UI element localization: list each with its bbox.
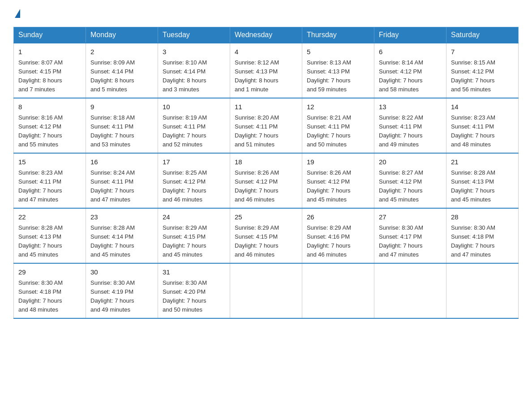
calendar-cell: 25Sunrise: 8:29 AMSunset: 4:15 PMDayligh… [230, 208, 302, 263]
day-number: 26 [307, 212, 369, 223]
day-info: Sunrise: 8:26 AMSunset: 4:12 PMDaylight:… [235, 168, 297, 205]
day-info: Sunrise: 8:13 AMSunset: 4:13 PMDaylight:… [307, 58, 369, 94]
day-number: 21 [451, 157, 514, 167]
calendar-cell: 15Sunrise: 8:23 AMSunset: 4:11 PMDayligh… [14, 153, 86, 208]
day-number: 13 [379, 102, 442, 112]
calendar-cell [230, 263, 302, 318]
calendar-cell: 4Sunrise: 8:12 AMSunset: 4:13 PMDaylight… [230, 43, 302, 98]
calendar-cell: 31Sunrise: 8:30 AMSunset: 4:20 PMDayligh… [158, 263, 230, 318]
calendar-cell: 27Sunrise: 8:30 AMSunset: 4:17 PMDayligh… [374, 208, 446, 263]
day-info: Sunrise: 8:29 AMSunset: 4:15 PMDaylight:… [235, 223, 297, 260]
day-number: 9 [90, 102, 153, 112]
calendar-cell: 26Sunrise: 8:29 AMSunset: 4:16 PMDayligh… [302, 208, 374, 263]
weekday-header-thursday: Thursday [302, 27, 374, 43]
day-info: Sunrise: 8:16 AMSunset: 4:12 PMDaylight:… [18, 113, 81, 150]
day-info: Sunrise: 8:30 AMSunset: 4:19 PMDaylight:… [90, 278, 153, 315]
day-info: Sunrise: 8:23 AMSunset: 4:11 PMDaylight:… [451, 113, 514, 150]
weekday-header-saturday: Saturday [446, 27, 519, 43]
day-info: Sunrise: 8:30 AMSunset: 4:18 PMDaylight:… [18, 278, 81, 315]
day-info: Sunrise: 8:30 AMSunset: 4:18 PMDaylight:… [451, 223, 514, 260]
calendar-cell: 14Sunrise: 8:23 AMSunset: 4:11 PMDayligh… [446, 98, 519, 153]
calendar-cell: 8Sunrise: 8:16 AMSunset: 4:12 PMDaylight… [14, 98, 86, 153]
day-number: 15 [18, 157, 81, 167]
day-number: 29 [18, 267, 81, 278]
day-number: 17 [163, 157, 225, 167]
calendar-cell: 12Sunrise: 8:21 AMSunset: 4:11 PMDayligh… [302, 98, 374, 153]
day-info: Sunrise: 8:26 AMSunset: 4:12 PMDaylight:… [307, 168, 369, 205]
day-number: 8 [18, 102, 81, 112]
day-number: 20 [379, 157, 442, 167]
day-number: 10 [163, 102, 225, 112]
calendar-cell: 24Sunrise: 8:29 AMSunset: 4:15 PMDayligh… [158, 208, 230, 263]
day-info: Sunrise: 8:12 AMSunset: 4:13 PMDaylight:… [235, 58, 297, 94]
day-info: Sunrise: 8:14 AMSunset: 4:12 PMDaylight:… [379, 58, 442, 94]
calendar-cell: 7Sunrise: 8:15 AMSunset: 4:12 PMDaylight… [446, 43, 519, 98]
day-number: 23 [90, 212, 153, 223]
day-number: 22 [18, 212, 81, 223]
calendar-cell: 22Sunrise: 8:28 AMSunset: 4:13 PMDayligh… [14, 208, 86, 263]
calendar-cell: 5Sunrise: 8:13 AMSunset: 4:13 PMDaylight… [302, 43, 374, 98]
day-info: Sunrise: 8:10 AMSunset: 4:14 PMDaylight:… [163, 58, 225, 94]
calendar-week-1: 1Sunrise: 8:07 AMSunset: 4:15 PMDaylight… [14, 43, 519, 98]
day-number: 7 [451, 47, 514, 57]
weekday-header-friday: Friday [374, 27, 446, 43]
day-info: Sunrise: 8:29 AMSunset: 4:16 PMDaylight:… [307, 223, 369, 260]
day-number: 24 [163, 212, 225, 223]
day-number: 2 [90, 47, 153, 57]
calendar-cell: 3Sunrise: 8:10 AMSunset: 4:14 PMDaylight… [158, 43, 230, 98]
calendar-week-2: 8Sunrise: 8:16 AMSunset: 4:12 PMDaylight… [14, 98, 519, 153]
calendar-cell: 17Sunrise: 8:25 AMSunset: 4:12 PMDayligh… [158, 153, 230, 208]
day-number: 4 [235, 47, 297, 57]
calendar-cell: 30Sunrise: 8:30 AMSunset: 4:19 PMDayligh… [86, 263, 158, 318]
day-number: 28 [451, 212, 514, 223]
weekday-header-tuesday: Tuesday [158, 27, 230, 43]
day-number: 27 [379, 212, 442, 223]
day-info: Sunrise: 8:23 AMSunset: 4:11 PMDaylight:… [18, 168, 81, 205]
calendar-cell: 1Sunrise: 8:07 AMSunset: 4:15 PMDaylight… [14, 43, 86, 98]
calendar-cell: 18Sunrise: 8:26 AMSunset: 4:12 PMDayligh… [230, 153, 302, 208]
calendar-week-3: 15Sunrise: 8:23 AMSunset: 4:11 PMDayligh… [14, 153, 519, 208]
day-number: 14 [451, 102, 514, 112]
day-number: 5 [307, 47, 369, 57]
day-info: Sunrise: 8:29 AMSunset: 4:15 PMDaylight:… [163, 223, 225, 260]
calendar-cell: 13Sunrise: 8:22 AMSunset: 4:11 PMDayligh… [374, 98, 446, 153]
day-info: Sunrise: 8:24 AMSunset: 4:11 PMDaylight:… [90, 168, 153, 205]
calendar-cell [446, 263, 519, 318]
day-info: Sunrise: 8:18 AMSunset: 4:11 PMDaylight:… [90, 113, 153, 150]
day-number: 19 [307, 157, 369, 167]
day-number: 25 [235, 212, 297, 223]
calendar-cell [374, 263, 446, 318]
weekday-header-wednesday: Wednesday [230, 27, 302, 43]
calendar-cell: 10Sunrise: 8:19 AMSunset: 4:11 PMDayligh… [158, 98, 230, 153]
day-info: Sunrise: 8:28 AMSunset: 4:14 PMDaylight:… [90, 223, 153, 260]
day-info: Sunrise: 8:30 AMSunset: 4:20 PMDaylight:… [163, 278, 225, 315]
calendar-cell: 28Sunrise: 8:30 AMSunset: 4:18 PMDayligh… [446, 208, 519, 263]
day-info: Sunrise: 8:28 AMSunset: 4:13 PMDaylight:… [451, 168, 514, 205]
day-number: 6 [379, 47, 442, 57]
page-header [13, 9, 519, 18]
day-number: 30 [90, 267, 153, 278]
calendar-cell: 6Sunrise: 8:14 AMSunset: 4:12 PMDaylight… [374, 43, 446, 98]
calendar-week-5: 29Sunrise: 8:30 AMSunset: 4:18 PMDayligh… [14, 263, 519, 318]
day-number: 3 [163, 47, 225, 57]
calendar-cell: 2Sunrise: 8:09 AMSunset: 4:14 PMDaylight… [86, 43, 158, 98]
day-info: Sunrise: 8:09 AMSunset: 4:14 PMDaylight:… [90, 58, 153, 94]
day-number: 11 [235, 102, 297, 112]
calendar-cell [302, 263, 374, 318]
day-info: Sunrise: 8:27 AMSunset: 4:12 PMDaylight:… [379, 168, 442, 205]
day-number: 18 [235, 157, 297, 167]
day-number: 12 [307, 102, 369, 112]
day-number: 16 [90, 157, 153, 167]
calendar-cell: 9Sunrise: 8:18 AMSunset: 4:11 PMDaylight… [86, 98, 158, 153]
calendar-cell: 23Sunrise: 8:28 AMSunset: 4:14 PMDayligh… [86, 208, 158, 263]
calendar-week-4: 22Sunrise: 8:28 AMSunset: 4:13 PMDayligh… [14, 208, 519, 263]
logo-triangle-icon [15, 9, 20, 18]
calendar-cell: 19Sunrise: 8:26 AMSunset: 4:12 PMDayligh… [302, 153, 374, 208]
logo [13, 9, 20, 18]
calendar-cell: 11Sunrise: 8:20 AMSunset: 4:11 PMDayligh… [230, 98, 302, 153]
calendar-cell: 20Sunrise: 8:27 AMSunset: 4:12 PMDayligh… [374, 153, 446, 208]
weekday-header-sunday: Sunday [14, 27, 86, 43]
day-info: Sunrise: 8:25 AMSunset: 4:12 PMDaylight:… [163, 168, 225, 205]
day-info: Sunrise: 8:30 AMSunset: 4:17 PMDaylight:… [379, 223, 442, 260]
day-info: Sunrise: 8:07 AMSunset: 4:15 PMDaylight:… [18, 58, 81, 94]
